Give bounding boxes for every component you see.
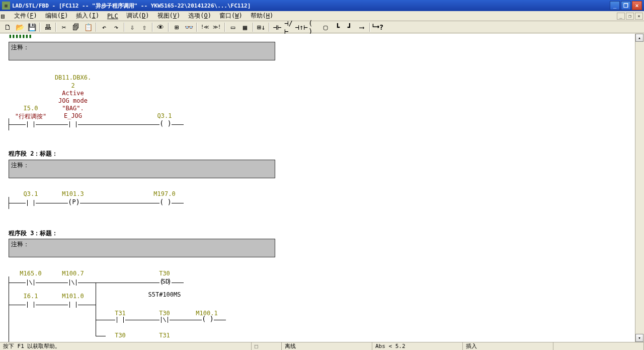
addr: Active — [62, 90, 84, 97]
new-icon[interactable]: 🗋 — [2, 22, 13, 32]
contact-nc[interactable] — [68, 278, 78, 287]
open-icon[interactable]: 📂 — [14, 22, 25, 32]
copy-icon[interactable]: 🗐 — [70, 22, 82, 32]
scroll-down-icon[interactable]: ▾ — [635, 334, 643, 342]
timer-value: S5T#100MS — [148, 291, 181, 298]
addr: "BAG". — [62, 105, 84, 112]
contact-no-icon[interactable]: ⊣⊢ — [272, 22, 283, 32]
save-icon[interactable]: 💾 — [26, 22, 37, 32]
contact-nc-icon[interactable]: ⊣/⊢ — [284, 22, 295, 32]
app-icon: ▦ — [2, 2, 10, 10]
addr: E_JOG — [64, 112, 82, 119]
addr: "行程调按" — [15, 112, 46, 121]
comment-box-3[interactable]: 注释： — [9, 239, 275, 257]
addr: M101.0 — [62, 293, 84, 300]
insert-network-icon[interactable]: ⊞↓ — [256, 22, 267, 32]
contact-nc[interactable] — [26, 278, 36, 287]
coil[interactable] — [159, 199, 172, 207]
mdi-restore[interactable]: ❐ — [626, 13, 634, 20]
vertical-scrollbar[interactable]: ▴ ▾ — [635, 34, 644, 342]
status-insert: 插入 — [463, 342, 553, 350]
coil-sd[interactable]: SD — [159, 278, 172, 287]
status-abs: Abs < 5.2 — [372, 342, 463, 350]
menu-window[interactable]: 窗口(W) — [215, 11, 247, 21]
title-text: LAD/STL/FBD - [FC112 -- "异步子程序调用" -- YKW… — [12, 2, 610, 10]
monitor-icon[interactable]: 👁 — [155, 22, 166, 32]
addr: Q3.1 — [157, 112, 172, 119]
connect-icon[interactable]: ⟶ — [356, 22, 367, 32]
maximize-button[interactable]: ❐ — [621, 1, 631, 10]
fbd-view-icon[interactable]: ▦ — [239, 22, 251, 32]
branch-open-icon[interactable]: ┗ — [332, 22, 343, 32]
lad-view-icon[interactable]: ▭ — [227, 22, 238, 32]
network-2-title: 程序段 2：标题： — [9, 150, 58, 158]
coil[interactable] — [202, 316, 214, 324]
goto-icon[interactable]: !≪ — [199, 22, 210, 32]
status-offline: 离线 — [282, 342, 372, 350]
print-icon[interactable]: 🖶 — [42, 22, 53, 32]
network-3-title: 程序段 3：标题： — [9, 229, 58, 238]
addr: M165.0 — [20, 270, 41, 277]
status-help: 按下 F1 以获取帮助。 — [0, 342, 252, 350]
coil[interactable] — [159, 120, 172, 128]
contact-no[interactable] — [26, 301, 36, 309]
contact-no[interactable] — [26, 120, 36, 128]
goto2-icon[interactable]: ≫! — [211, 22, 222, 32]
addr: T30 — [159, 270, 170, 277]
statusbar: 按下 F1 以获取帮助。 ⬚ 离线 Abs < 5.2 插入 — [0, 342, 644, 350]
contact-no[interactable] — [68, 301, 78, 309]
comment-box-2[interactable]: 注释： — [9, 160, 275, 178]
contact-no[interactable] — [26, 199, 36, 207]
menu-edit[interactable]: 编辑(E) — [41, 11, 72, 21]
download-icon[interactable]: ⇩ — [127, 22, 138, 32]
branch-close-icon[interactable]: ┛ — [344, 22, 355, 32]
mdi-minimize[interactable]: _ — [617, 13, 625, 20]
addr: M197.0 — [153, 190, 175, 197]
box-icon[interactable]: ▢ — [320, 22, 331, 32]
mdi-close[interactable]: × — [635, 13, 643, 20]
help-pointer-icon[interactable]: ⮡? — [372, 22, 383, 32]
coil-icon[interactable]: ( ) — [308, 22, 319, 32]
addr: DB11.DBX6. — [55, 74, 91, 81]
close-button[interactable]: × — [632, 1, 642, 10]
addr: 2 — [71, 82, 74, 89]
network-icon[interactable]: ⊞ — [171, 22, 182, 32]
titlebar: ▦ LAD/STL/FBD - [FC112 -- "异步子程序调用" -- Y… — [0, 0, 644, 11]
addr: I5.0 — [24, 105, 38, 112]
contact-no[interactable] — [68, 120, 78, 128]
scroll-up-icon[interactable]: ▴ — [635, 34, 643, 42]
partial-net1-title: ▮▮▮▮▮▮▮ — [9, 34, 32, 39]
addr: T31 — [159, 332, 170, 339]
upload-icon[interactable]: ⇧ — [139, 22, 150, 32]
menubar: ▤ 文件(F) 编辑(E) 插入(I) PLC 调试(D) 视图(V) 选项(O… — [0, 11, 644, 21]
paste-icon[interactable]: 📋 — [83, 22, 94, 32]
menu-debug[interactable]: 调试(D) — [122, 11, 153, 21]
addr: I6.1 — [24, 293, 38, 300]
minimize-button[interactable]: _ — [610, 1, 620, 10]
cut-icon[interactable]: ✂ — [58, 22, 69, 32]
menu-view[interactable]: 视图(V) — [153, 11, 185, 21]
contact-p-icon[interactable]: ⊣↑⊢ — [296, 22, 307, 32]
contact-no[interactable] — [115, 316, 125, 324]
status-empty2 — [553, 342, 644, 350]
addr: T30 — [115, 332, 126, 339]
redo-icon[interactable]: ↷ — [111, 22, 122, 32]
menu-sys-icon[interactable]: ▤ — [1, 13, 8, 20]
menu-options[interactable]: 选项(O) — [184, 11, 215, 21]
menu-file[interactable]: 文件(F) — [10, 11, 41, 21]
menu-plc[interactable]: PLC — [103, 12, 122, 21]
addr: M101.3 — [62, 190, 84, 197]
addr: Q3.1 — [24, 190, 38, 197]
editor-canvas[interactable]: ▮▮▮▮▮▮▮ 注释： DB11.DBX6. 2 Active JOG mode… — [0, 34, 635, 342]
comment-box-1[interactable]: 注释： — [9, 42, 275, 60]
toolbar: 🗋 📂 💾 🖶 ✂ 🗐 📋 ↶ ↷ ⇩ ⇧ 👁 ⊞ 👓 !≪ ≫! ▭ ▦ ⊞↓… — [0, 21, 644, 33]
addr: M100.7 — [62, 270, 84, 277]
undo-icon[interactable]: ↶ — [99, 22, 110, 32]
menu-insert[interactable]: 插入(I) — [72, 11, 103, 21]
glasses-icon[interactable]: 👓 — [183, 22, 194, 32]
contact-nc[interactable] — [159, 316, 170, 324]
coil-p[interactable]: P — [68, 199, 80, 207]
addr: JOG mode — [58, 97, 88, 104]
menu-help[interactable]: 帮助(H) — [247, 11, 278, 21]
status-empty1: ⬚ — [252, 342, 282, 350]
